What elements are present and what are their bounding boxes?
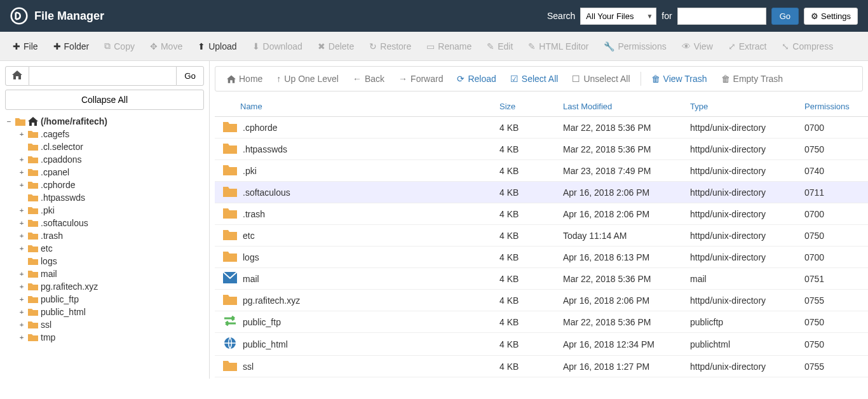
file-permissions: 0750 [804, 231, 868, 241]
tree-item[interactable]: +tmp [18, 331, 204, 344]
tree-expand-icon[interactable]: + [18, 283, 25, 291]
home-button[interactable]: Home [220, 71, 269, 87]
view-trash-button[interactable]: 🗑View Trash [645, 71, 714, 87]
tree-item[interactable]: +mail [18, 267, 204, 280]
file-permissions: 0740 [804, 166, 868, 176]
tree-item-label: pg.rafitech.xyz [41, 281, 98, 292]
tree-expand-icon[interactable]: + [18, 181, 25, 189]
file-size: 4 KB [499, 123, 563, 133]
back-button[interactable]: ←Back [346, 71, 391, 87]
file-row[interactable]: public_ftp4 KBMar 22, 2018 5:36 PMpublic… [215, 311, 868, 333]
search-input[interactable] [677, 8, 766, 25]
path-go-button[interactable]: Go [176, 66, 204, 86]
folder-icon [215, 121, 240, 134]
col-header-name[interactable]: Name [215, 102, 499, 111]
tree-item-label: .cpanel [41, 167, 69, 177]
tree-collapse-icon[interactable]: − [5, 118, 13, 126]
toolbar-file-button[interactable]: ✚ File [6, 37, 44, 55]
file-row[interactable]: tmp4 KBApr 16, 2018 1:27 PMhttpd/unix-di… [215, 377, 868, 379]
file-row[interactable]: public_html4 KBApr 16, 2018 12:34 PMpubl… [215, 333, 868, 356]
tree-item[interactable]: .htpasswds [18, 191, 204, 204]
folder-icon [28, 308, 38, 316]
file-row[interactable]: logs4 KBApr 16, 2018 6:13 PMhttpd/unix-d… [215, 247, 868, 268]
compress-icon: ⤡ [782, 41, 789, 51]
folder-icon [28, 320, 38, 329]
tree-item[interactable]: +.cphorde [18, 179, 204, 191]
tree-item[interactable]: +.pki [18, 204, 204, 217]
tree-item-label: .cphorde [41, 180, 75, 190]
tree-expand-icon[interactable]: + [18, 206, 25, 215]
tree-item[interactable]: +ssl [18, 318, 204, 331]
tree-item[interactable]: +public_ftp [18, 293, 204, 306]
tree-item-label: .cagefs [41, 129, 69, 139]
col-header-size[interactable]: Size [499, 102, 563, 111]
path-input[interactable] [29, 66, 176, 86]
tree-item[interactable]: +pg.rafitech.xyz [18, 280, 204, 293]
toolbar-download-button: ⬇ Download [246, 37, 309, 55]
search-label: Search [547, 11, 575, 21]
tree-item[interactable]: +.cagefs [18, 128, 204, 140]
select-all-button[interactable]: ☑Select All [504, 71, 565, 87]
forward-button[interactable]: →Forward [392, 71, 449, 87]
tree-item[interactable]: +.trash [18, 229, 204, 242]
file-type: httpd/unix-directory [690, 209, 804, 219]
file-row[interactable]: mail4 KBMar 22, 2018 5:36 PMmail0751 [215, 268, 868, 290]
file-row[interactable]: etc4 KBToday 11:14 AMhttpd/unix-director… [215, 225, 868, 247]
tree-expand-icon[interactable]: + [18, 334, 25, 342]
toolbar-rename-button: ▭ Rename [420, 37, 478, 55]
unselect-all-button[interactable]: ☐Unselect All [566, 71, 636, 87]
folder-icon [28, 142, 38, 151]
settings-button[interactable]: ⚙ Settings [804, 8, 858, 25]
path-home-button[interactable] [5, 66, 29, 86]
toolbar-folder-button[interactable]: ✚ Folder [47, 37, 96, 55]
file-size: 4 KB [499, 362, 563, 372]
tree-expand-icon[interactable]: + [18, 308, 25, 316]
move-icon: ✥ [150, 41, 158, 51]
file-permissions: 0755 [804, 295, 868, 306]
reload-button[interactable]: ⟳Reload [451, 71, 502, 87]
tree-expand-icon[interactable]: + [18, 130, 25, 139]
html-icon: ✎ [528, 41, 536, 51]
tree-item[interactable]: +public_html [18, 306, 204, 318]
collapse-all-button[interactable]: Collapse All [5, 90, 204, 110]
file-row[interactable]: pg.rafitech.xyz4 KBApr 16, 2018 2:06 PMh… [215, 290, 868, 311]
up-one-level-button[interactable]: ↑Up One Level [270, 71, 345, 87]
file-row[interactable]: ssl4 KBApr 16, 2018 1:27 PMhttpd/unix-di… [215, 356, 868, 377]
col-header-type[interactable]: Type [690, 102, 804, 111]
tree-expand-icon[interactable]: + [18, 321, 25, 329]
tree-expand-icon[interactable]: + [18, 295, 25, 304]
file-type: publichtml [690, 339, 804, 349]
cpanel-icon [10, 7, 28, 25]
tree-expand-icon[interactable]: + [18, 168, 25, 177]
toolbar-upload-button[interactable]: ⬆ Upload [191, 37, 243, 55]
file-row[interactable]: .cphorde4 KBMar 22, 2018 5:36 PMhttpd/un… [215, 117, 868, 139]
tree-expand-icon[interactable]: + [18, 219, 25, 227]
col-header-permissions[interactable]: Permissions [804, 102, 868, 111]
tree-expand-icon[interactable]: + [18, 245, 25, 253]
file-row[interactable]: .htpasswds4 KBMar 22, 2018 5:36 PMhttpd/… [215, 139, 868, 160]
file-permissions: 0750 [804, 144, 868, 154]
tree-item[interactable]: +.cpanel [18, 166, 204, 179]
tree-item[interactable]: +.softaculous [18, 217, 204, 229]
file-table-header: Name Size Last Modified Type Permissions [215, 97, 868, 117]
file-name: .htpasswds [240, 144, 499, 154]
file-row[interactable]: .softaculous4 KBApr 16, 2018 2:06 PMhttp… [215, 182, 868, 203]
folder-icon [215, 164, 240, 177]
empty-trash-button[interactable]: 🗑Empty Trash [715, 71, 790, 87]
search-scope-select[interactable]: All Your Files [580, 8, 656, 25]
delete-icon: ✖ [318, 41, 325, 51]
search-go-button[interactable]: Go [771, 8, 799, 25]
tree-root[interactable]: − (/home/rafitech) [5, 115, 204, 128]
toolbar-compress-button: ⤡ Compress [775, 37, 839, 55]
file-row[interactable]: .pki4 KBMar 23, 2018 7:49 PMhttpd/unix-d… [215, 160, 868, 182]
file-row[interactable]: .trash4 KBApr 16, 2018 2:06 PMhttpd/unix… [215, 203, 868, 225]
tree-item[interactable]: +.cpaddons [18, 153, 204, 166]
tree-item[interactable]: logs [18, 255, 204, 267]
tree-expand-icon[interactable]: + [18, 156, 25, 164]
file-type: httpd/unix-directory [690, 252, 804, 262]
tree-expand-icon[interactable]: + [18, 232, 25, 240]
tree-expand-icon[interactable]: + [18, 270, 25, 278]
tree-item[interactable]: .cl.selector [18, 140, 204, 153]
tree-item[interactable]: +etc [18, 242, 204, 255]
col-header-modified[interactable]: Last Modified [563, 102, 690, 111]
